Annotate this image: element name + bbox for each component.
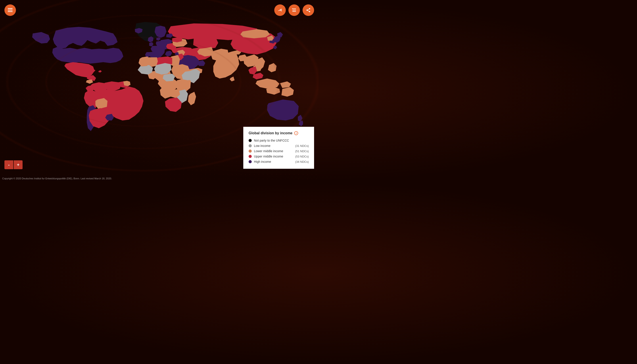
legend-item-count: (53 NDCs): [295, 155, 309, 158]
legend-item-label: Lower middle income: [254, 149, 283, 153]
svg-rect-4: [292, 10, 296, 10]
legend-title: Global division by income i: [249, 131, 309, 135]
legend-color-dot: [249, 144, 252, 147]
legend-item[interactable]: High income(34 NDCs): [249, 159, 309, 164]
menu-button[interactable]: [5, 4, 16, 16]
legend-item-label: Upper middle income: [254, 154, 283, 158]
legend-item-label: Low income: [254, 144, 271, 148]
legend-item-label: Not party to the UNFCCC: [254, 139, 289, 142]
top-right-controls: [274, 4, 314, 16]
share-button[interactable]: [303, 4, 314, 16]
svg-point-9: [309, 11, 310, 12]
svg-rect-1: [8, 10, 13, 10]
shuffle-button[interactable]: [274, 4, 286, 16]
legend-color-dot: [249, 160, 252, 163]
legend-color-dot: [249, 155, 252, 158]
legend-item-count: (34 NDCs): [295, 160, 309, 164]
svg-point-7: [309, 8, 310, 10]
legend-color-dot: [249, 139, 252, 142]
legend-info-icon[interactable]: i: [294, 131, 298, 135]
zoom-in-button[interactable]: +: [14, 160, 23, 169]
legend-panel: Global division by income i Not party to…: [243, 127, 314, 169]
svg-rect-2: [8, 11, 13, 12]
svg-rect-0: [8, 8, 13, 9]
svg-line-10: [308, 10, 309, 11]
legend-item[interactable]: Upper middle income(53 NDCs): [249, 154, 309, 159]
legend-item-label: High income: [254, 160, 271, 164]
svg-rect-6: [292, 8, 293, 9]
zoom-controls: - +: [5, 160, 23, 169]
legend-color-dot: [249, 150, 252, 152]
svg-line-11: [308, 9, 309, 10]
legend-item[interactable]: Low income(31 NDCs): [249, 143, 309, 148]
legend-item[interactable]: Lower middle income(51 NDCs): [249, 148, 309, 154]
legend-item-count: (51 NDCs): [295, 150, 309, 153]
legend-item-count: (31 NDCs): [295, 144, 309, 148]
copyright-text: Copyright © 2020 Deutsches Institut fur …: [2, 177, 112, 180]
zoom-out-button[interactable]: -: [5, 160, 13, 169]
list-view-button[interactable]: [288, 4, 300, 16]
svg-point-8: [307, 10, 308, 11]
svg-rect-5: [292, 11, 296, 12]
svg-rect-3: [292, 8, 296, 9]
legend-item[interactable]: Not party to the UNFCCC: [249, 138, 309, 143]
